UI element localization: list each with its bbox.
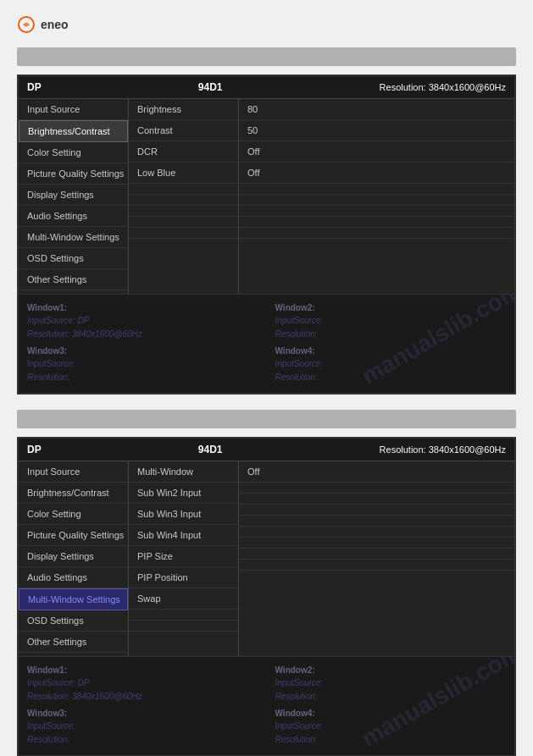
menu-1-picture-quality[interactable]: Picture Quality Settings	[19, 163, 128, 185]
menu-2-multi-window[interactable]: Multi-Window Settings	[19, 588, 128, 610]
menu-2-brightness-contrast[interactable]: Brightness/Contrast	[19, 483, 128, 504]
panel-2-center: 94D1	[198, 444, 223, 455]
right-2-4	[239, 516, 514, 527]
panel-1-watermark-left: Window1: InputSource: DP Resolution: 384…	[27, 303, 258, 384]
panel-1-left-menu: Input Source Brightness/Contrast Color S…	[19, 99, 129, 294]
panel-1-w2-label: Window2:	[275, 303, 507, 312]
center-2-6: Swap	[129, 588, 238, 610]
panel-1-center-col: Brightness Contrast DCR Low Blue	[129, 99, 239, 294]
right-2-3	[239, 505, 514, 516]
panel-1-w3-label: Window3:	[27, 346, 258, 356]
menu-2-picture-quality[interactable]: Picture Quality Settings	[19, 525, 128, 546]
panel-1-content: Input Source Brightness/Contrast Color S…	[19, 99, 514, 294]
panel-2-w3-label: Window3:	[27, 709, 258, 718]
right-2-6	[239, 538, 514, 549]
panel-2-right: Resolution: 3840x1600@60Hz	[380, 444, 506, 455]
right-2-1	[239, 483, 514, 494]
right-1-5	[239, 195, 514, 206]
gray-bar-2	[17, 410, 516, 428]
panel-1-w1-res: Resolution: 3840x1600@60Hz	[27, 328, 258, 341]
menu-1-display-settings[interactable]: Display Settings	[19, 185, 128, 206]
panel-1-w4-res: Resolution:	[275, 371, 507, 384]
panel-1-header: DP 94D1 Resolution: 3840x1600@60Hz	[19, 76, 514, 99]
panel-2-w2-label: Window2:	[275, 665, 507, 675]
menu-2-input-source[interactable]: Input Source	[19, 461, 128, 483]
menu-1-color-setting[interactable]: Color Setting	[19, 142, 128, 163]
panel-2-center-col: Multi-Window Sub Win2 Input Sub Win3 Inp…	[129, 461, 239, 656]
panel-2-content: Input Source Brightness/Contrast Color S…	[19, 461, 514, 656]
header: eneo	[0, 0, 533, 42]
menu-1-osd-settings[interactable]: OSD Settings	[19, 248, 128, 269]
center-2-4: PIP Size	[129, 546, 238, 567]
panel-1-w2-res: Resolution:	[275, 328, 507, 341]
menu-2-osd-settings[interactable]: OSD Settings	[19, 610, 128, 632]
panel-2-w2-source: InputSource:	[275, 676, 507, 690]
panel-1-watermark-right: Window2: InputSource: Resolution: Window…	[275, 303, 507, 384]
center-2-0: Multi-Window	[129, 461, 238, 483]
right-2-8	[239, 560, 514, 571]
right-1-3: Off	[239, 163, 514, 184]
panel-2-w4-res: Resolution:	[275, 733, 507, 747]
logo-icon	[17, 15, 36, 34]
right-1-0: 80	[239, 99, 514, 120]
right-2-2	[239, 494, 514, 505]
logo-area: eneo	[17, 15, 69, 34]
panel-1-w3-res: Resolution:	[27, 371, 258, 384]
panel-2-watermark-right: Window2: InputSource: Resolution: Window…	[275, 665, 507, 747]
panel-1-w4-source: InputSource:	[275, 357, 507, 371]
panel-1-right: Resolution: 3840x1600@60Hz	[380, 82, 506, 92]
menu-1-multi-window[interactable]: Multi-Window Settings	[19, 227, 128, 248]
menu-2-other-settings[interactable]: Other Settings	[19, 632, 128, 653]
panel-1-w4-label: Window4:	[275, 346, 507, 356]
right-1-7	[239, 217, 514, 228]
menu-1-audio-settings[interactable]: Audio Settings	[19, 206, 128, 227]
center-2-1: Sub Win2 Input	[129, 483, 238, 504]
center-1-4	[129, 184, 238, 195]
center-1-2: DCR	[129, 141, 238, 163]
panel-2-left: DP	[27, 444, 42, 455]
panel-2-watermark: Window1: InputSource: DP Resolution: 384…	[19, 656, 514, 755]
right-2-7	[239, 549, 514, 560]
panel-1-w1-label: Window1:	[27, 303, 258, 312]
right-1-4	[239, 184, 514, 195]
menu-1-input-source[interactable]: Input Source	[19, 99, 128, 120]
panel-2-left-menu: Input Source Brightness/Contrast Color S…	[19, 461, 129, 656]
panel-1-center: 94D1	[198, 81, 223, 93]
gray-bar-1	[17, 47, 516, 66]
menu-2-color-setting[interactable]: Color Setting	[19, 504, 128, 525]
menu-2-audio-settings[interactable]: Audio Settings	[19, 567, 128, 588]
center-1-3: Low Blue	[129, 163, 238, 184]
panel-2-w4-label: Window4:	[275, 709, 507, 718]
center-1-1: Contrast	[129, 120, 238, 141]
right-1-2: Off	[239, 141, 514, 163]
center-2-8	[129, 621, 238, 632]
page-wrapper: eneo DP 94D1 Resolution: 3840x1600@60Hz …	[0, 0, 533, 756]
center-1-7	[129, 217, 238, 228]
center-2-5: PIP Position	[129, 567, 238, 588]
center-2-3: Sub Win4 Input	[129, 525, 238, 546]
panel-2-watermark-left: Window1: InputSource: DP Resolution: 384…	[27, 665, 258, 747]
center-1-5	[129, 195, 238, 206]
center-1-6	[129, 206, 238, 217]
panel-1-left: DP	[27, 81, 42, 93]
panel-1-right-col: 80 50 Off Off	[239, 99, 514, 294]
right-2-5	[239, 527, 514, 538]
panel-1-w3-source: InputSource:	[27, 357, 258, 371]
panel-2-right-col: Off	[239, 461, 514, 656]
panel-1: DP 94D1 Resolution: 3840x1600@60Hz Input…	[17, 74, 516, 395]
panel-1-w2-source: InputSource:	[275, 314, 507, 328]
panel-2: DP 94D1 Resolution: 3840x1600@60Hz Input…	[17, 437, 516, 756]
right-2-0: Off	[239, 461, 514, 483]
menu-1-other-settings[interactable]: Other Settings	[19, 269, 128, 290]
panel-2-w1-source: InputSource: DP	[27, 676, 258, 690]
center-2-7	[129, 610, 238, 621]
panel-2-w1-label: Window1:	[27, 665, 258, 675]
center-2-2: Sub Win3 Input	[129, 504, 238, 525]
center-1-0: Brightness	[129, 99, 238, 120]
panel-2-w3-res: Resolution:	[27, 733, 258, 747]
panel-2-w2-res: Resolution:	[275, 690, 507, 704]
panel-2-w3-source: InputSource:	[27, 720, 258, 733]
menu-1-brightness-contrast[interactable]: Brightness/Contrast	[19, 120, 128, 142]
menu-2-display-settings[interactable]: Display Settings	[19, 546, 128, 567]
right-1-1: 50	[239, 120, 514, 141]
